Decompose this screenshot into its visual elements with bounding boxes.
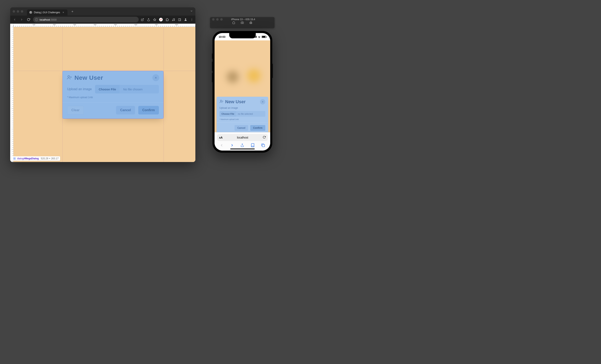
clear-button[interactable]: Clear bbox=[67, 106, 84, 114]
new-tab-button[interactable]: ＋ bbox=[70, 9, 75, 14]
file-chosen-label: No file chosen bbox=[120, 85, 159, 93]
svg-rect-16 bbox=[14, 158, 14, 159]
statusbar-time: 10:03 bbox=[219, 35, 225, 38]
close-window-icon[interactable] bbox=[13, 10, 15, 13]
reload-button[interactable] bbox=[26, 17, 31, 22]
safari-url: localhost bbox=[222, 136, 263, 139]
close-tab-icon[interactable]: × bbox=[62, 11, 65, 14]
selection-tag: dialog bbox=[17, 157, 24, 160]
profile-avatar-icon[interactable] bbox=[184, 18, 187, 21]
compass-extension-icon[interactable] bbox=[159, 18, 163, 21]
browser-titlebar: Dialog | GUI Challenges × ＋ bbox=[10, 7, 195, 16]
back-button[interactable] bbox=[12, 17, 17, 22]
minimize-window-icon[interactable] bbox=[216, 18, 219, 20]
tabs-icon[interactable] bbox=[261, 143, 266, 148]
svg-point-10 bbox=[191, 20, 192, 20]
confirm-button[interactable]: Confirm bbox=[250, 125, 265, 131]
media-icon[interactable] bbox=[172, 18, 175, 21]
browser-tab[interactable]: Dialog | GUI Challenges × bbox=[27, 9, 68, 16]
sim-rotate-icon[interactable] bbox=[250, 21, 252, 25]
choose-file-button[interactable]: Choose File bbox=[220, 111, 236, 117]
safari-address-bar[interactable]: AA localhost bbox=[217, 134, 268, 141]
minimize-window-icon[interactable] bbox=[17, 10, 19, 13]
sidepanel-icon[interactable] bbox=[178, 18, 181, 21]
share-icon[interactable] bbox=[240, 143, 245, 148]
selection-id: #MegaDialog bbox=[24, 157, 39, 160]
page-viewport: 100200300400500600700800900 100200300400… bbox=[10, 24, 195, 162]
svg-rect-22 bbox=[250, 22, 252, 24]
site-info-icon[interactable]: i bbox=[35, 18, 38, 21]
svg-point-20 bbox=[242, 22, 243, 23]
ruler-horizontal: 100200300400500600700800900 bbox=[10, 24, 195, 27]
toolbar-actions bbox=[141, 18, 193, 21]
address-bar[interactable]: i localhost:3000 bbox=[33, 17, 139, 22]
simulator-titlebar: iPhone 13 – iOS 15.4 bbox=[210, 17, 274, 30]
tab-favicon-icon bbox=[29, 11, 32, 14]
file-input[interactable]: Choose File no file selected bbox=[220, 111, 265, 117]
sim-traffic-lights[interactable] bbox=[212, 18, 223, 20]
zoom-window-icon[interactable] bbox=[220, 18, 223, 20]
dialog-close-button[interactable] bbox=[152, 74, 159, 81]
upload-label: Upload an image bbox=[67, 87, 92, 91]
svg-point-3 bbox=[172, 20, 173, 21]
iphone-screen: 10:03 New User Upload an image Cho bbox=[215, 33, 270, 151]
bookmarks-icon[interactable] bbox=[250, 143, 255, 148]
svg-rect-18 bbox=[14, 159, 14, 160]
svg-point-23 bbox=[220, 100, 222, 101]
ruler-vertical: 100200300400500600 bbox=[10, 24, 13, 162]
open-external-icon[interactable] bbox=[141, 18, 144, 21]
svg-point-9 bbox=[191, 19, 192, 20]
background-blur bbox=[247, 69, 261, 82]
back-button[interactable] bbox=[219, 143, 224, 148]
kebab-menu-icon[interactable] bbox=[190, 18, 193, 21]
battery-icon bbox=[262, 36, 266, 38]
forward-button[interactable] bbox=[230, 143, 235, 148]
svg-marker-2 bbox=[153, 18, 156, 21]
dialog-close-button[interactable] bbox=[260, 99, 265, 104]
power-button[interactable] bbox=[272, 64, 273, 78]
choose-file-button[interactable]: Choose File bbox=[95, 85, 120, 93]
zoom-window-icon[interactable] bbox=[21, 10, 23, 13]
dialog-footer: Cancel Confirm bbox=[217, 122, 268, 132]
iphone-device-frame: 10:03 New User Upload an image Cho bbox=[212, 31, 272, 153]
devtools-selection-chip: dialog#MegaDialog 520.29 × 263.17 bbox=[11, 156, 60, 161]
upload-label: Upload an image bbox=[220, 107, 265, 109]
cancel-button[interactable]: Cancel bbox=[116, 106, 135, 114]
url-host: localhost bbox=[40, 18, 50, 21]
file-input[interactable]: Choose File No file chosen bbox=[95, 85, 159, 93]
simulator-title: iPhone 13 – iOS 15.4 bbox=[223, 18, 263, 21]
svg-point-7 bbox=[185, 19, 186, 20]
dialog-body: Upload an image Choose File No file chos… bbox=[63, 84, 163, 102]
reader-aa-icon[interactable]: AA bbox=[219, 136, 222, 139]
tabs-overflow-icon[interactable] bbox=[190, 10, 193, 13]
upload-hint: * Maximum upload 1mb bbox=[220, 118, 265, 120]
safari-page: New User Upload an image Choose File no … bbox=[215, 40, 270, 132]
safari-chrome: AA localhost bbox=[215, 132, 270, 151]
svg-rect-17 bbox=[15, 158, 16, 159]
background-blur bbox=[227, 71, 239, 83]
sim-screenshot-icon[interactable] bbox=[241, 21, 244, 25]
volume-down-button[interactable] bbox=[212, 73, 212, 82]
svg-point-11 bbox=[68, 75, 70, 77]
extensions-icon[interactable] bbox=[166, 18, 169, 21]
volume-up-button[interactable] bbox=[212, 62, 212, 71]
home-indicator[interactable] bbox=[230, 149, 255, 149]
sim-home-icon[interactable] bbox=[232, 21, 235, 25]
close-window-icon[interactable] bbox=[212, 18, 215, 20]
tab-title: Dialog | GUI Challenges bbox=[34, 11, 60, 14]
cancel-button[interactable]: Cancel bbox=[235, 125, 248, 131]
window-traffic-lights[interactable] bbox=[13, 10, 23, 13]
share-icon[interactable] bbox=[147, 18, 150, 21]
url-port: :3000 bbox=[50, 18, 57, 21]
page-canvas: New User Upload an image Choose File No … bbox=[13, 27, 195, 162]
svg-point-4 bbox=[174, 20, 175, 20]
bookmark-star-icon[interactable] bbox=[153, 18, 156, 21]
dialog-header: New User bbox=[217, 97, 268, 107]
mega-dialog: New User Upload an image Choose File No … bbox=[62, 71, 164, 119]
user-add-icon bbox=[220, 99, 223, 104]
confirm-button[interactable]: Confirm bbox=[138, 106, 159, 114]
forward-button[interactable] bbox=[19, 17, 24, 22]
mobile-mega-dialog: New User Upload an image Choose File no … bbox=[217, 97, 268, 132]
reload-icon[interactable] bbox=[263, 136, 266, 140]
mute-switch[interactable] bbox=[212, 53, 212, 59]
